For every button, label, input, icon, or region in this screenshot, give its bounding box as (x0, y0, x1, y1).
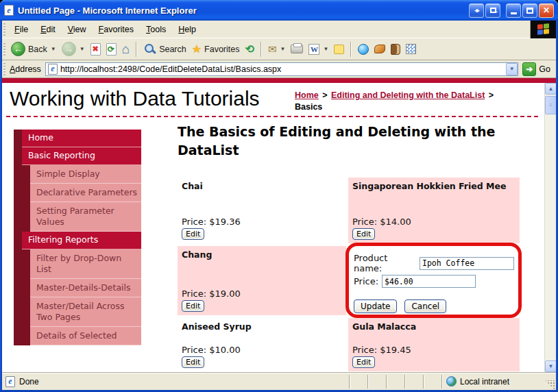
sidebar-item-filtering-reports[interactable]: Filtering Reports (14, 232, 141, 249)
stop-button[interactable]: ✖ (88, 42, 104, 57)
forward-button[interactable]: → ▼ (59, 40, 88, 58)
security-zone-label: Local intranet (460, 377, 509, 387)
forward-dropdown-icon[interactable]: ▼ (80, 46, 85, 52)
sidebar-item-basic-reporting[interactable]: Basic Reporting (14, 147, 141, 165)
back-button[interactable]: ← Back ▼ (8, 40, 59, 58)
address-label: Address (8, 64, 45, 74)
favorites-star-icon: ★ (192, 44, 202, 55)
page-title: The Basics of Editing and Deleting with … (178, 123, 507, 160)
print-icon (291, 45, 303, 53)
edit-button[interactable]: Edit (352, 356, 375, 368)
home-icon: ⌂ (122, 42, 130, 56)
main-content: The Basics of Editing and Deleting with … (178, 123, 527, 371)
word-dropdown-icon[interactable]: ▼ (323, 46, 328, 52)
toolbar-separator (136, 42, 137, 57)
toolbar-grip[interactable] (3, 43, 5, 56)
update-button[interactable]: Update (354, 299, 397, 313)
sidebar-item-filter-by-dropdown-list[interactable]: Filter by Drop-Down List (14, 249, 141, 279)
sidebar-item-declarative-parameters[interactable]: Declarative Parameters (14, 184, 141, 202)
menu-view[interactable]: View (62, 23, 93, 36)
go-button[interactable]: ➔ (522, 62, 536, 76)
menu-favorites[interactable]: Favorites (93, 23, 140, 36)
security-zone-pane: Local intranet (441, 375, 544, 389)
sidebar-item-setting-parameter-values[interactable]: Setting Parameter Values (14, 202, 141, 232)
favorites-button[interactable]: ★ Favorites (189, 42, 243, 56)
site-header-rule (2, 78, 556, 83)
search-label: Search (159, 45, 186, 54)
snagit-icon (374, 45, 385, 53)
edit-button[interactable]: Edit (182, 356, 204, 368)
titlebar-buttons: ◂▸ → ✕ (469, 3, 554, 18)
product-name-input[interactable] (420, 257, 514, 270)
maximize-button[interactable] (522, 3, 537, 18)
research-icon (391, 44, 400, 55)
word-icon: W (308, 44, 319, 55)
address-url[interactable]: http://localhost:2498/Code/EditDeleteDat… (60, 64, 503, 74)
edit-button[interactable]: Edit (182, 228, 204, 240)
price-input[interactable] (382, 275, 476, 288)
home-button[interactable]: ⌂ (119, 41, 132, 57)
refresh-button[interactable]: ⟳ (104, 42, 119, 57)
address-grip[interactable] (3, 63, 5, 75)
scroll-down-button[interactable]: ▼ (545, 360, 556, 372)
research-button[interactable] (388, 42, 403, 56)
product-cell-singaporean-hokkien-fried-mee: Singaporean Hokkien Fried Mee Price: $14… (348, 177, 520, 243)
windows-logo-throbber (530, 21, 556, 38)
product-price: Price: $19.36 (182, 217, 342, 227)
resize-grip[interactable] (546, 380, 555, 390)
product-name: Gula Malacca (352, 321, 515, 332)
go-label[interactable]: Go (539, 64, 550, 74)
sidebar-item-master-details-details[interactable]: Master-Details-Details (14, 279, 141, 297)
intranet-globe-icon (446, 376, 457, 387)
menu-file[interactable]: File (8, 23, 34, 36)
favorites-label: Favorites (204, 45, 239, 54)
sidebar-item-home[interactable]: Home (14, 130, 141, 147)
cancel-button[interactable]: Cancel (404, 299, 446, 313)
edit-button[interactable]: Edit (182, 300, 204, 312)
minimize-icon (511, 12, 517, 14)
titlebar-arrows-button[interactable]: ◂▸ (469, 3, 484, 18)
breadcrumb-section-link[interactable]: Editing and Deleting with the DataList (331, 90, 485, 100)
price-label: Price: (354, 276, 378, 286)
window-border-left (0, 21, 2, 392)
dashed-divider (6, 116, 538, 117)
sidebar-item-details-of-selected[interactable]: Details of Selected (14, 327, 141, 345)
notes-button[interactable] (331, 43, 347, 56)
back-dropdown-icon[interactable]: ▼ (51, 46, 56, 52)
product-price: Price: $10.00 (182, 345, 342, 355)
mail-button[interactable]: ✉ ▼ (265, 42, 289, 56)
minimize-button[interactable] (506, 3, 521, 18)
address-input[interactable]: e http://localhost:2498/Code/EditDeleteD… (45, 62, 518, 76)
mail-dropdown-icon[interactable]: ▼ (280, 46, 285, 52)
menu-help[interactable]: Help (172, 23, 202, 36)
menu-edit[interactable]: Edit (34, 23, 62, 36)
vertical-scrollbar[interactable]: ▲ ≡ ▼ (544, 83, 556, 372)
print-button[interactable] (288, 43, 306, 55)
breadcrumb-separator: > (321, 90, 328, 100)
close-button[interactable]: ✕ (539, 3, 554, 18)
history-button[interactable]: ⟲ (242, 42, 256, 56)
messenger-icon (358, 44, 369, 55)
messenger-button[interactable] (355, 42, 372, 56)
icq-button[interactable] (403, 42, 419, 56)
back-icon: ← (11, 42, 25, 56)
address-dropdown-button[interactable]: ▼ (506, 63, 518, 75)
sidebar-item-master-detail-two-pages[interactable]: Master/Detail Across Two Pages (14, 297, 141, 327)
search-icon (143, 42, 156, 56)
scroll-thumb[interactable]: ≡ (545, 96, 556, 114)
product-name: Singaporean Hokkien Fried Mee (352, 181, 515, 191)
window-title: Untitled Page - Microsoft Internet Explo… (18, 5, 469, 16)
search-button[interactable]: Search (141, 41, 189, 57)
menu-tools[interactable]: Tools (140, 23, 172, 36)
forward-icon: → (62, 42, 76, 56)
titlebar-popout-button[interactable]: → (485, 3, 500, 18)
edit-with-word-button[interactable]: W ▼ (306, 42, 331, 56)
breadcrumb-home-link[interactable]: Home (295, 90, 319, 100)
address-bar: Address e http://localhost:2498/Code/Edi… (2, 60, 556, 78)
scroll-up-button[interactable]: ▲ (545, 83, 556, 95)
snagit-button[interactable] (372, 43, 388, 55)
edit-button[interactable]: Edit (352, 228, 375, 240)
sidebar-item-simple-display[interactable]: Simple Display (14, 165, 141, 184)
menu-bar: File Edit View Favorites Tools Help (2, 21, 556, 38)
menu-grip[interactable] (3, 23, 5, 36)
